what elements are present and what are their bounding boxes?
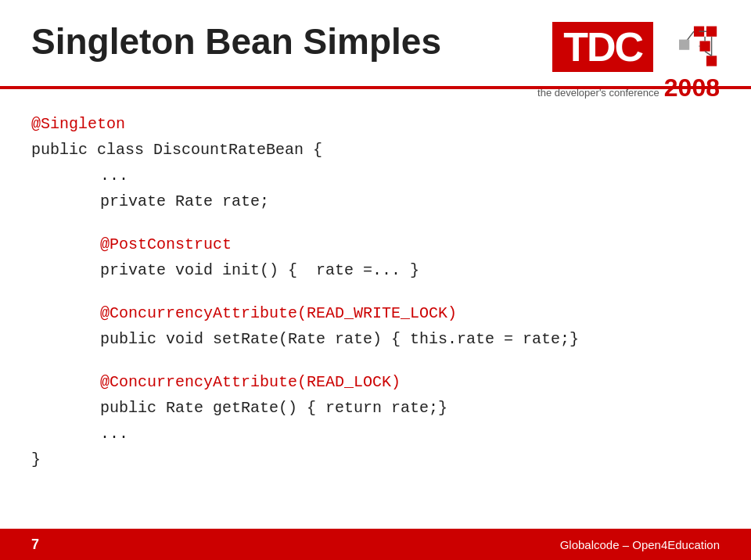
blank-3 xyxy=(31,352,720,369)
code-line-9: @ConcurrencyAttribute(READ_WRITE_LOCK) xyxy=(31,300,720,326)
logo-area: TDC the developer's conference 2008 xyxy=(537,22,720,102)
svg-rect-2 xyxy=(700,41,710,51)
code-line-1: @Singleton xyxy=(31,111,720,137)
svg-rect-3 xyxy=(706,56,717,66)
code-line-15: } xyxy=(31,447,720,472)
tdc-diagram-icon xyxy=(653,24,720,70)
svg-line-7 xyxy=(705,52,712,56)
footer-credits: Globalcode – Open4Education xyxy=(560,538,720,551)
code-line-4: private Rate rate; xyxy=(31,188,720,214)
slide-title: Singleton Bean Simples xyxy=(31,22,441,62)
code-line-2: public class DiscountRateBean { xyxy=(31,137,720,163)
page-number: 7 xyxy=(31,537,39,553)
code-line-13: public Rate getRate() { return rate;} xyxy=(31,395,720,421)
code-line-3: ... xyxy=(31,163,720,188)
main-content: @Singleton public class DiscountRateBean… xyxy=(0,89,751,488)
code-line-12: @ConcurrencyAttribute(READ_LOCK) xyxy=(31,369,720,395)
code-line-14: ... xyxy=(31,421,720,447)
tdc-tagline-row: the developer's conference 2008 xyxy=(537,74,720,102)
blank-2 xyxy=(31,283,720,300)
blank-1 xyxy=(31,214,720,232)
header: Singleton Bean Simples TDC the xyxy=(0,0,751,86)
svg-rect-10 xyxy=(679,40,689,50)
code-line-7: private void init() { rate =... } xyxy=(31,257,720,283)
tdc-year: 2008 xyxy=(664,74,720,102)
footer: 7 Globalcode – Open4Education xyxy=(0,529,751,560)
tdc-text: TDC xyxy=(552,22,653,72)
code-block: @Singleton public class DiscountRateBean… xyxy=(31,111,720,472)
tdc-tagline: the developer's conference xyxy=(537,87,659,99)
code-line-10: public void setRate(Rate rate) { this.ra… xyxy=(31,326,720,352)
tdc-logo: TDC xyxy=(552,22,720,72)
code-line-6: @PostConstruct xyxy=(31,232,720,257)
svg-rect-1 xyxy=(706,27,717,37)
